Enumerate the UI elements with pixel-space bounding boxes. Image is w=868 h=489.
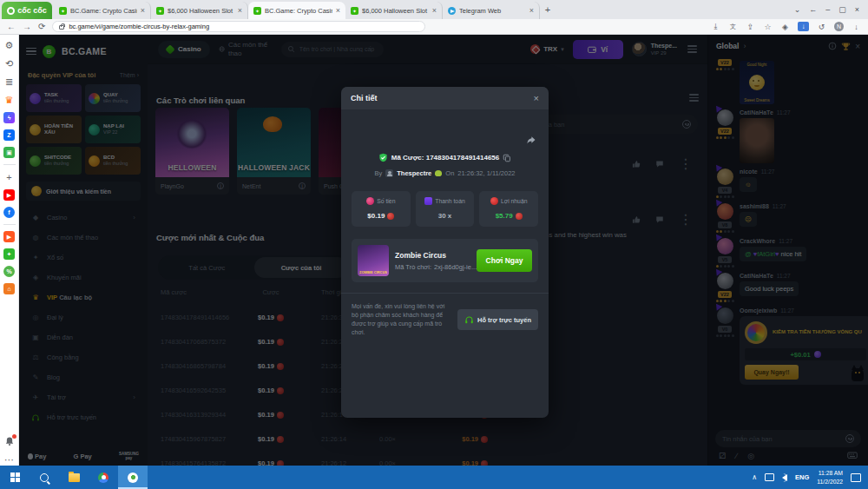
promo-icon[interactable]: % <box>3 266 15 277</box>
network-icon[interactable] <box>765 473 774 481</box>
taskbar-clock[interactable]: 11:28 AM11/2/2022 <box>817 469 843 485</box>
coccoc-taskbar-icon[interactable] <box>118 466 148 489</box>
divider <box>341 293 549 294</box>
profit-icon <box>490 197 498 205</box>
zalo-icon[interactable]: Z <box>3 129 15 141</box>
coin-icon <box>387 213 394 220</box>
tab-close-icon[interactable]: × <box>141 6 145 15</box>
divider <box>3 164 16 165</box>
bcgame-favicon: ✦ <box>351 7 358 15</box>
youtube-icon[interactable]: ▶ <box>3 189 15 201</box>
modal-close-icon[interactable]: × <box>534 93 539 103</box>
facebook-icon[interactable]: f <box>3 207 15 218</box>
tab-close-icon[interactable]: × <box>432 6 437 15</box>
tray-expand-icon[interactable]: ∧ <box>752 473 757 481</box>
newsfeed-icon[interactable]: ≣ <box>3 76 16 88</box>
save-page-icon[interactable]: ⤓ <box>711 22 720 31</box>
browser-tab-active[interactable]: ✦ BC.Game: Crypto Casino Gam × <box>248 2 345 19</box>
browser-tab[interactable]: ✦ $6,000 Halloween Slot Battle × <box>151 2 248 19</box>
support-note: Mọi vấn đề, xin vui lòng liên hệ với bộ … <box>352 302 450 338</box>
tab-close-icon[interactable]: × <box>238 6 242 15</box>
games-icon[interactable]: ▣ <box>3 147 15 158</box>
notifications-bell-icon[interactable] <box>3 435 16 447</box>
window-minimize-button[interactable]: – <box>825 5 830 14</box>
game-thumbnail: ZOMBIE CIRCUS <box>358 245 389 276</box>
live-support-button[interactable]: Hỗ trợ trực tuyến <box>457 309 538 330</box>
chrome-icon[interactable] <box>89 466 118 489</box>
more-icon[interactable]: ⋯ <box>3 453 16 466</box>
bet-stats: Số tiền $0.19 Thanh toán 30 x Lợi nhuận … <box>352 191 538 227</box>
browser-tab[interactable]: Telegram Web × <box>443 2 540 19</box>
user-avatar-icon <box>385 169 393 177</box>
game-name: Zombie Circus <box>395 251 470 260</box>
browser-profile-avatar[interactable]: N <box>834 22 844 31</box>
divider <box>3 224 16 225</box>
tab-title: Telegram Web <box>459 7 526 15</box>
history-icon[interactable]: ⟲ <box>3 57 16 69</box>
window-maximize-button[interactable]: ▢ <box>838 5 846 14</box>
game-code-row: Mã Trò chơi: 2xj-86d0gj-ie... <box>395 263 470 271</box>
messenger-icon[interactable]: ϟ <box>3 112 15 123</box>
bet-datetime: 21:26:32, 1/11/2022 <box>457 169 515 177</box>
window-close-button[interactable]: × <box>855 5 859 14</box>
bet-author-row: By Thespectre On 21:26:32, 1/11/2022 <box>352 169 538 177</box>
url-text: bc.game/vi/game/zombie-circus-by-relax-g… <box>69 23 209 30</box>
back-icon[interactable]: ← <box>7 23 16 31</box>
browser-tabstrip: cốc cốc ✦ BC.Game: Crypto Casino Gam × ✦… <box>0 0 868 19</box>
coccoc-menu-button[interactable]: cốc cốc <box>2 2 52 19</box>
copy-bet-id-icon[interactable] <box>503 154 511 162</box>
forward-icon[interactable]: → <box>23 23 31 31</box>
file-explorer-icon[interactable] <box>59 466 89 489</box>
browser-tab[interactable]: ✦ BC.Game: Crypto Casino Gam × <box>54 2 151 19</box>
verified-shield-icon <box>378 153 388 162</box>
translate-icon[interactable]: 文 <box>728 22 738 31</box>
sync-icon[interactable]: ↺ <box>817 22 826 31</box>
taskbar-search-icon[interactable] <box>30 466 59 489</box>
payout-icon <box>424 197 432 205</box>
keyboard-language[interactable]: ENG <box>795 473 809 481</box>
gift-icon[interactable]: ✦ <box>3 248 15 260</box>
screen: cốc cốc ✦ BC.Game: Crypto Casino Gam × ✦… <box>0 0 868 489</box>
volume-icon[interactable] <box>782 474 787 481</box>
bet-id-text: Mã Cược: 1748304178491414656 <box>391 154 500 162</box>
hot-crown-icon[interactable]: ♛ <box>3 94 16 106</box>
reload-icon[interactable]: ⟳ <box>38 23 45 31</box>
shopping-cart-icon[interactable]: ⌂ <box>3 283 15 294</box>
tab-close-icon[interactable]: × <box>336 6 340 15</box>
tab-title: BC.Game: Crypto Casino Gam <box>265 7 332 15</box>
lock-icon <box>59 25 64 30</box>
download-manager-icon[interactable]: ↓ <box>798 22 809 31</box>
play-now-button[interactable]: Chơi Ngay <box>477 249 532 272</box>
new-tab-button[interactable]: + <box>540 0 556 19</box>
bet-details-modal: Chi tiết × Mã Cược: 1748304178491414656 … <box>341 87 549 418</box>
stat-payout: Thanh toán 30 x <box>416 191 475 227</box>
stat-profit: Lợi nhuận $5.79 <box>479 191 538 227</box>
coin-icon <box>516 213 523 220</box>
url-field[interactable]: bc.game/vi/game/zombie-circus-by-relax-g… <box>52 21 425 32</box>
tab-title: $6,000 Halloween Slot Battl <box>362 7 429 15</box>
settings-gear-icon[interactable]: ⚙ <box>3 39 16 51</box>
share-bet-icon[interactable] <box>526 134 536 149</box>
start-button[interactable] <box>0 466 30 489</box>
tab-restore-icon[interactable]: ← <box>809 5 817 14</box>
modal-title: Chi tiết <box>351 94 378 102</box>
windows-taskbar: ∧ ENG 11:28 AM11/2/2022 <box>0 466 868 489</box>
tab-title: BC.Game: Crypto Casino Gam <box>70 7 137 15</box>
tab-close-icon[interactable]: × <box>529 6 534 15</box>
telegram-favicon <box>448 7 456 15</box>
bookmark-star-icon[interactable]: ☆ <box>763 22 773 31</box>
tab-search-icon[interactable]: ⌄ <box>794 5 801 14</box>
coccoc-sidebar: ⚙ ⟲ ≣ ♛ ϟ Z ▣ + ▶ f ▶ ✦ % ⌂ ⋯ <box>0 35 19 466</box>
coccoc-brand-label: cốc cốc <box>17 6 47 15</box>
adblock-shield-icon[interactable]: ◈ <box>780 22 790 31</box>
browser-tab[interactable]: ✦ $6,000 Halloween Slot Battl × <box>345 2 443 19</box>
frog-badge-icon <box>435 170 442 176</box>
bet-author-name[interactable]: Thespectre <box>397 169 431 177</box>
bcgame-favicon: ✦ <box>59 7 67 15</box>
share-icon[interactable]: ⇪ <box>746 22 755 31</box>
downloads-icon[interactable]: ↓ <box>852 22 861 31</box>
tv-icon[interactable]: ▶ <box>3 231 15 242</box>
add-shortcut-icon[interactable]: + <box>3 171 16 183</box>
modal-game-row: ZOMBIE CIRCUS Zombie Circus Mã Trò chơi:… <box>352 239 538 282</box>
action-center-icon[interactable] <box>851 473 861 482</box>
